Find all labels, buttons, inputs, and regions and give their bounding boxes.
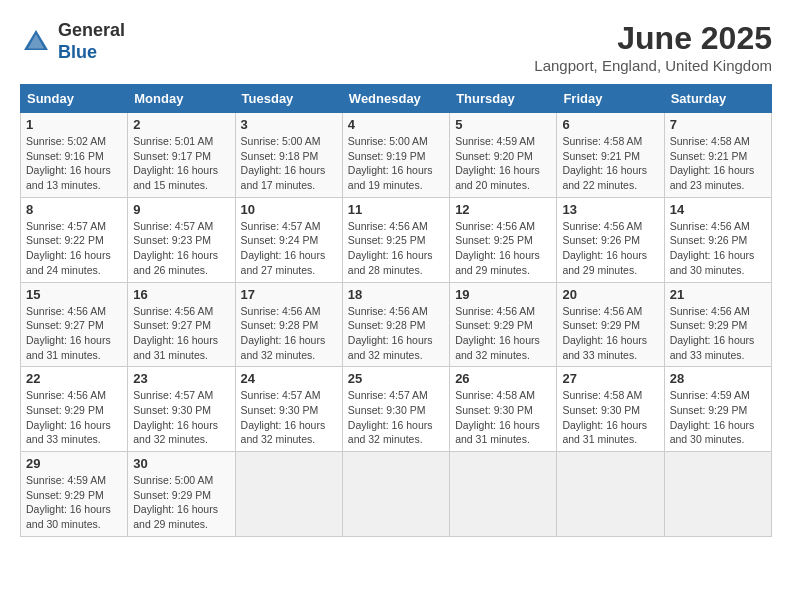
- day-detail: Sunrise: 5:00 AM Sunset: 9:18 PM Dayligh…: [241, 134, 337, 193]
- calendar-day-cell: 13 Sunrise: 4:56 AM Sunset: 9:26 PM Dayl…: [557, 197, 664, 282]
- day-number: 27: [562, 371, 658, 386]
- calendar-body: 1 Sunrise: 5:02 AM Sunset: 9:16 PM Dayli…: [21, 113, 772, 537]
- calendar-day-cell: 12 Sunrise: 4:56 AM Sunset: 9:25 PM Dayl…: [450, 197, 557, 282]
- page-header: General Blue June 2025 Langport, England…: [20, 20, 772, 74]
- day-number: 2: [133, 117, 229, 132]
- day-number: 12: [455, 202, 551, 217]
- header-thursday: Thursday: [450, 85, 557, 113]
- day-detail: Sunrise: 4:58 AM Sunset: 9:30 PM Dayligh…: [562, 388, 658, 447]
- day-detail: Sunrise: 4:58 AM Sunset: 9:21 PM Dayligh…: [562, 134, 658, 193]
- calendar-day-cell: 3 Sunrise: 5:00 AM Sunset: 9:18 PM Dayli…: [235, 113, 342, 198]
- day-number: 13: [562, 202, 658, 217]
- day-number: 19: [455, 287, 551, 302]
- calendar-day-cell: 30 Sunrise: 5:00 AM Sunset: 9:29 PM Dayl…: [128, 452, 235, 537]
- logo: General Blue: [20, 20, 125, 63]
- day-detail: Sunrise: 4:56 AM Sunset: 9:25 PM Dayligh…: [455, 219, 551, 278]
- calendar-day-cell: 10 Sunrise: 4:57 AM Sunset: 9:24 PM Dayl…: [235, 197, 342, 282]
- day-detail: Sunrise: 5:01 AM Sunset: 9:17 PM Dayligh…: [133, 134, 229, 193]
- day-detail: Sunrise: 4:56 AM Sunset: 9:26 PM Dayligh…: [562, 219, 658, 278]
- calendar-day-cell: 28 Sunrise: 4:59 AM Sunset: 9:29 PM Dayl…: [664, 367, 771, 452]
- calendar-day-cell: 25 Sunrise: 4:57 AM Sunset: 9:30 PM Dayl…: [342, 367, 449, 452]
- calendar-day-cell: 8 Sunrise: 4:57 AM Sunset: 9:22 PM Dayli…: [21, 197, 128, 282]
- day-number: 26: [455, 371, 551, 386]
- day-detail: Sunrise: 4:56 AM Sunset: 9:28 PM Dayligh…: [241, 304, 337, 363]
- day-number: 15: [26, 287, 122, 302]
- day-detail: Sunrise: 4:57 AM Sunset: 9:23 PM Dayligh…: [133, 219, 229, 278]
- logo-general-text: General: [58, 20, 125, 42]
- calendar-day-cell: [557, 452, 664, 537]
- calendar-week-row: 8 Sunrise: 4:57 AM Sunset: 9:22 PM Dayli…: [21, 197, 772, 282]
- day-number: 5: [455, 117, 551, 132]
- day-number: 1: [26, 117, 122, 132]
- calendar-table: Sunday Monday Tuesday Wednesday Thursday…: [20, 84, 772, 537]
- calendar-day-cell: 4 Sunrise: 5:00 AM Sunset: 9:19 PM Dayli…: [342, 113, 449, 198]
- day-detail: Sunrise: 5:00 AM Sunset: 9:19 PM Dayligh…: [348, 134, 444, 193]
- day-number: 20: [562, 287, 658, 302]
- calendar-day-cell: 11 Sunrise: 4:56 AM Sunset: 9:25 PM Dayl…: [342, 197, 449, 282]
- logo-blue-text: Blue: [58, 42, 125, 64]
- day-number: 18: [348, 287, 444, 302]
- header-friday: Friday: [557, 85, 664, 113]
- header-saturday: Saturday: [664, 85, 771, 113]
- day-detail: Sunrise: 4:56 AM Sunset: 9:25 PM Dayligh…: [348, 219, 444, 278]
- calendar-day-cell: 24 Sunrise: 4:57 AM Sunset: 9:30 PM Dayl…: [235, 367, 342, 452]
- day-number: 23: [133, 371, 229, 386]
- header-sunday: Sunday: [21, 85, 128, 113]
- day-number: 11: [348, 202, 444, 217]
- header-wednesday: Wednesday: [342, 85, 449, 113]
- day-detail: Sunrise: 4:57 AM Sunset: 9:30 PM Dayligh…: [241, 388, 337, 447]
- calendar-day-cell: 26 Sunrise: 4:58 AM Sunset: 9:30 PM Dayl…: [450, 367, 557, 452]
- day-number: 8: [26, 202, 122, 217]
- day-detail: Sunrise: 4:59 AM Sunset: 9:29 PM Dayligh…: [26, 473, 122, 532]
- day-number: 29: [26, 456, 122, 471]
- day-number: 22: [26, 371, 122, 386]
- day-number: 16: [133, 287, 229, 302]
- day-detail: Sunrise: 4:56 AM Sunset: 9:27 PM Dayligh…: [133, 304, 229, 363]
- calendar-day-cell: 20 Sunrise: 4:56 AM Sunset: 9:29 PM Dayl…: [557, 282, 664, 367]
- day-number: 4: [348, 117, 444, 132]
- calendar-day-cell: 2 Sunrise: 5:01 AM Sunset: 9:17 PM Dayli…: [128, 113, 235, 198]
- day-detail: Sunrise: 4:58 AM Sunset: 9:21 PM Dayligh…: [670, 134, 766, 193]
- calendar-week-row: 22 Sunrise: 4:56 AM Sunset: 9:29 PM Dayl…: [21, 367, 772, 452]
- location-text: Langport, England, United Kingdom: [534, 57, 772, 74]
- day-detail: Sunrise: 4:56 AM Sunset: 9:29 PM Dayligh…: [26, 388, 122, 447]
- day-detail: Sunrise: 4:56 AM Sunset: 9:29 PM Dayligh…: [455, 304, 551, 363]
- calendar-day-cell: [450, 452, 557, 537]
- calendar-day-cell: 6 Sunrise: 4:58 AM Sunset: 9:21 PM Dayli…: [557, 113, 664, 198]
- day-detail: Sunrise: 4:57 AM Sunset: 9:24 PM Dayligh…: [241, 219, 337, 278]
- calendar-day-cell: 18 Sunrise: 4:56 AM Sunset: 9:28 PM Dayl…: [342, 282, 449, 367]
- calendar-day-cell: 22 Sunrise: 4:56 AM Sunset: 9:29 PM Dayl…: [21, 367, 128, 452]
- day-number: 17: [241, 287, 337, 302]
- day-number: 25: [348, 371, 444, 386]
- day-detail: Sunrise: 4:56 AM Sunset: 9:26 PM Dayligh…: [670, 219, 766, 278]
- calendar-day-cell: 14 Sunrise: 4:56 AM Sunset: 9:26 PM Dayl…: [664, 197, 771, 282]
- day-detail: Sunrise: 4:56 AM Sunset: 9:29 PM Dayligh…: [562, 304, 658, 363]
- calendar-week-row: 1 Sunrise: 5:02 AM Sunset: 9:16 PM Dayli…: [21, 113, 772, 198]
- calendar-day-cell: 17 Sunrise: 4:56 AM Sunset: 9:28 PM Dayl…: [235, 282, 342, 367]
- calendar-day-cell: [664, 452, 771, 537]
- day-detail: Sunrise: 4:56 AM Sunset: 9:28 PM Dayligh…: [348, 304, 444, 363]
- day-number: 6: [562, 117, 658, 132]
- calendar-day-cell: 1 Sunrise: 5:02 AM Sunset: 9:16 PM Dayli…: [21, 113, 128, 198]
- calendar-day-cell: 5 Sunrise: 4:59 AM Sunset: 9:20 PM Dayli…: [450, 113, 557, 198]
- day-detail: Sunrise: 4:57 AM Sunset: 9:30 PM Dayligh…: [133, 388, 229, 447]
- day-number: 24: [241, 371, 337, 386]
- calendar-day-cell: 19 Sunrise: 4:56 AM Sunset: 9:29 PM Dayl…: [450, 282, 557, 367]
- calendar-day-cell: 16 Sunrise: 4:56 AM Sunset: 9:27 PM Dayl…: [128, 282, 235, 367]
- day-detail: Sunrise: 4:56 AM Sunset: 9:27 PM Dayligh…: [26, 304, 122, 363]
- day-number: 9: [133, 202, 229, 217]
- day-detail: Sunrise: 5:02 AM Sunset: 9:16 PM Dayligh…: [26, 134, 122, 193]
- day-number: 10: [241, 202, 337, 217]
- calendar-day-cell: 9 Sunrise: 4:57 AM Sunset: 9:23 PM Dayli…: [128, 197, 235, 282]
- calendar-day-cell: 29 Sunrise: 4:59 AM Sunset: 9:29 PM Dayl…: [21, 452, 128, 537]
- logo-icon: [20, 26, 52, 58]
- calendar-day-cell: [342, 452, 449, 537]
- calendar-day-cell: 21 Sunrise: 4:56 AM Sunset: 9:29 PM Dayl…: [664, 282, 771, 367]
- header-tuesday: Tuesday: [235, 85, 342, 113]
- day-number: 3: [241, 117, 337, 132]
- day-detail: Sunrise: 4:58 AM Sunset: 9:30 PM Dayligh…: [455, 388, 551, 447]
- day-number: 14: [670, 202, 766, 217]
- calendar-day-cell: 27 Sunrise: 4:58 AM Sunset: 9:30 PM Dayl…: [557, 367, 664, 452]
- day-detail: Sunrise: 4:57 AM Sunset: 9:22 PM Dayligh…: [26, 219, 122, 278]
- day-detail: Sunrise: 4:59 AM Sunset: 9:29 PM Dayligh…: [670, 388, 766, 447]
